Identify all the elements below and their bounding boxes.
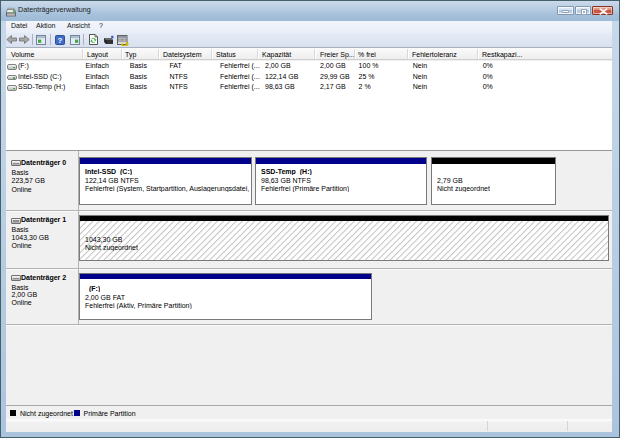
- svg-text:?: ?: [58, 36, 63, 45]
